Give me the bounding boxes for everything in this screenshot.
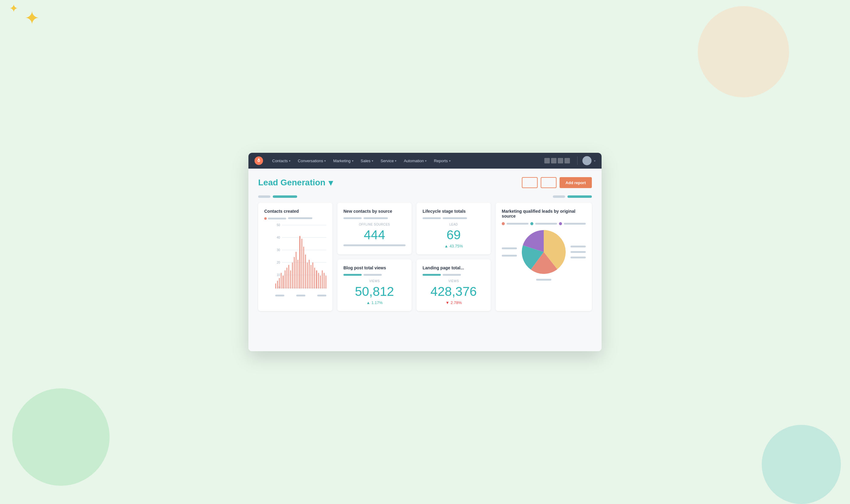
pie-wrapper [502, 228, 586, 276]
nav-item-contacts[interactable]: Contacts ▾ [269, 157, 294, 165]
pie-legend [502, 222, 586, 225]
blog-views-title: Blog post total views [343, 265, 406, 270]
contacts-created-legend [264, 217, 326, 220]
blog-pills [343, 274, 406, 276]
page-title: Lead Generation [258, 178, 325, 187]
bar [298, 259, 298, 289]
legend-pill [268, 218, 286, 219]
lifecycle-change-pct: 43.75% [449, 244, 463, 248]
chart-label-pill-2 [296, 294, 305, 296]
star-small-icon: ✦ [9, 3, 18, 14]
blog-views-source-label: VIEWS [343, 280, 406, 283]
bar [301, 239, 302, 289]
chevron-icon: ▾ [289, 159, 290, 163]
filter-button-2[interactable] [541, 177, 556, 188]
pie-right-pill-2 [570, 251, 586, 253]
avatar[interactable] [582, 156, 591, 165]
star-large-icon: ✦ [24, 9, 39, 28]
nav-item-conversations[interactable]: Conversations ▾ [295, 157, 329, 165]
chevron-icon: ▾ [425, 159, 426, 163]
nav-item-automation[interactable]: Automation ▾ [401, 157, 429, 165]
avatar-chevron-icon[interactable]: ▾ [594, 159, 596, 163]
new-contacts-source-label: OFFLINE SOURCES [343, 223, 406, 226]
bar [312, 262, 313, 289]
browser-window: Contacts ▾ Conversations ▾ Marketing ▾ S… [248, 153, 602, 351]
bg-circle-teal [762, 425, 841, 504]
filter-right [553, 195, 592, 198]
bar [320, 275, 321, 289]
down-arrow-icon: ▼ [445, 300, 449, 305]
nav-squares [544, 158, 570, 163]
hubspot-logo[interactable] [254, 157, 263, 165]
bar [303, 247, 304, 289]
bar [305, 254, 306, 289]
dashboard: Lead Generation ▾ Add report [248, 168, 602, 351]
filter-pill-2 [273, 195, 297, 198]
nav-item-marketing[interactable]: Marketing ▾ [330, 157, 356, 165]
lv-pill-2 [443, 274, 461, 276]
landing-views-source-label: VIEWS [423, 280, 485, 283]
bv-pill-1 [343, 274, 362, 276]
bar [279, 278, 280, 289]
pie-legend-row-1 [502, 222, 586, 225]
legend-dot-2 [530, 222, 533, 225]
add-report-button[interactable]: Add report [560, 177, 592, 188]
pie-left-pill-2 [502, 255, 517, 256]
title-chevron-icon[interactable]: ▾ [329, 178, 333, 188]
card-landing-views: Landing page total... VIEWS 428,376 ▼ 2.… [417, 259, 491, 311]
legend-pill-1 [507, 223, 529, 224]
lifecycle-source-label: LEAD [423, 223, 485, 226]
pie-right-pill-1 [570, 246, 586, 248]
bg-circle-peach [698, 6, 789, 97]
bar [296, 252, 297, 289]
chevron-icon: ▾ [395, 159, 396, 163]
bar [309, 259, 309, 289]
bar [290, 270, 291, 289]
pie-labels-right [570, 246, 586, 258]
landing-views-title: Landing page total... [423, 265, 485, 270]
lc-pill-1 [423, 217, 441, 219]
new-contacts-value: 444 [343, 228, 406, 242]
bar [322, 270, 323, 289]
pie-left-pill-1 [502, 248, 517, 249]
chart-label-pill-1 [275, 294, 284, 296]
navbar-right: ▾ [544, 156, 596, 165]
blog-views-change-pct: 1.17% [371, 300, 383, 305]
pie-labels-left [502, 248, 517, 256]
bar [325, 275, 326, 289]
bar [285, 270, 286, 289]
lc-pill-2 [443, 217, 467, 219]
bar [307, 262, 308, 289]
chart-label-pill-3 [317, 294, 326, 296]
card-mql: Marketing qualified leads by original so… [496, 203, 592, 311]
filter-pill-3 [553, 195, 565, 198]
pie-right-pill-3 [570, 256, 586, 258]
chevron-icon: ▾ [372, 159, 373, 163]
bar [288, 265, 289, 289]
bar [294, 257, 295, 289]
bar [281, 273, 282, 289]
bv-pill-2 [364, 274, 382, 276]
bar [299, 236, 300, 289]
bar [318, 273, 319, 289]
nav-item-sales[interactable]: Sales ▾ [358, 157, 377, 165]
filter-button-1[interactable] [522, 177, 538, 188]
dashboard-title: Lead Generation ▾ [258, 178, 333, 188]
bars [275, 223, 326, 289]
nc-pill-2 [364, 217, 388, 219]
card-blog-views: Blog post total views VIEWS 50,812 ▲ 1.1… [337, 259, 412, 311]
landing-views-change-pct: 2.78% [450, 300, 462, 305]
dashboard-header: Lead Generation ▾ Add report [258, 177, 592, 188]
bg-circle-green [12, 388, 110, 486]
blog-views-change: ▲ 1.17% [343, 300, 406, 305]
nav-square-3 [558, 158, 563, 163]
up-arrow-icon: ▲ [444, 244, 448, 248]
nav-item-service[interactable]: Service ▾ [377, 157, 400, 165]
nav-square-1 [544, 158, 550, 163]
bar [277, 281, 278, 289]
blog-views-value: 50,812 [343, 285, 406, 299]
nav-item-reports[interactable]: Reports ▾ [431, 157, 454, 165]
navbar: Contacts ▾ Conversations ▾ Marketing ▾ S… [248, 153, 602, 168]
legend-pill-2 [535, 223, 557, 224]
legend-dot-1 [502, 222, 505, 225]
